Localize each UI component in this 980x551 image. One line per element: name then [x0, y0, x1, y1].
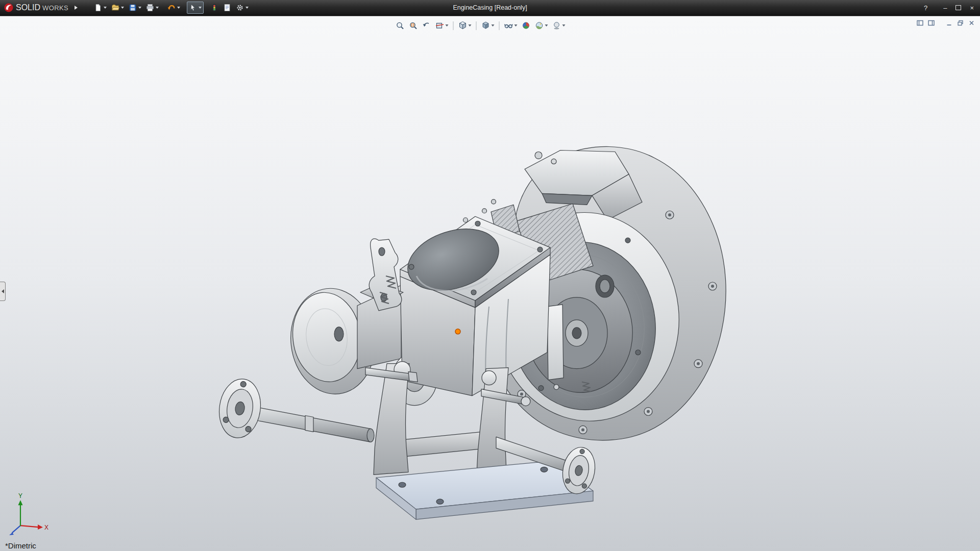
- doc-minimize-button[interactable]: [945, 19, 953, 27]
- zoom-to-fit-icon: [395, 21, 404, 30]
- z-axis-arrow-icon: [9, 533, 14, 535]
- rebuild-traffic-light-icon: [210, 4, 218, 12]
- view-orientation-cube-icon: [458, 21, 467, 30]
- toolbar-separator: [453, 21, 453, 30]
- zoom-to-fit-button[interactable]: [394, 19, 406, 32]
- view-settings-button[interactable]: [550, 19, 567, 32]
- reference-triad[interactable]: X Y: [9, 492, 48, 535]
- solidworks-window: SOLIDWORKS: [0, 0, 980, 551]
- main-toolbar: [92, 2, 251, 14]
- window-controls: ? – ×: [923, 4, 980, 12]
- previous-view-button[interactable]: [420, 19, 432, 32]
- dropdown-arrow-icon: [138, 7, 141, 9]
- solidworks-brand: SOLIDWORKS: [0, 3, 78, 13]
- engine-casing-model[interactable]: X Y: [0, 16, 980, 551]
- open-folder-icon: [111, 4, 119, 12]
- dassault-systemes-logo-icon: [4, 3, 14, 13]
- dropdown-arrow-icon: [199, 7, 202, 9]
- edit-appearance-icon: [521, 21, 530, 30]
- select-button[interactable]: [187, 2, 204, 14]
- hide-show-items-icon: [504, 21, 513, 30]
- section-view-button[interactable]: [433, 19, 450, 32]
- apply-scene-button[interactable]: [533, 19, 549, 32]
- hide-show-items-button[interactable]: [502, 19, 519, 32]
- display-pane-toggle-button[interactable]: [927, 19, 936, 27]
- dropdown-arrow-icon: [562, 24, 565, 27]
- dropdown-arrow-icon: [468, 24, 471, 27]
- open-button[interactable]: [109, 2, 126, 14]
- doc-close-button[interactable]: [967, 19, 976, 27]
- display-style-button[interactable]: [479, 19, 496, 32]
- maximize-button[interactable]: [954, 4, 962, 12]
- dropdown-arrow-icon: [246, 7, 249, 9]
- options-gear-icon: [236, 4, 244, 12]
- dropdown-arrow-icon: [491, 24, 494, 27]
- view-orientation-button[interactable]: [456, 19, 473, 32]
- brand-text-solid: SOLID: [16, 3, 40, 12]
- dropdown-arrow-icon: [121, 7, 124, 9]
- zoom-to-area-button[interactable]: [407, 19, 419, 32]
- close-icon: [968, 19, 975, 27]
- help-button[interactable]: ?: [923, 4, 928, 12]
- zoom-to-area-icon: [408, 21, 418, 30]
- dropdown-arrow-icon: [545, 24, 548, 27]
- dropdown-arrow-icon: [514, 24, 517, 27]
- pane-toggle-left-icon: [916, 19, 924, 27]
- rebuild-button[interactable]: [208, 2, 220, 14]
- chevron-left-icon: [2, 289, 4, 293]
- featuremanager-flyout-tab[interactable]: [0, 282, 6, 301]
- graphics-area[interactable]: X Y: [0, 16, 980, 551]
- dropdown-arrow-icon: [156, 7, 159, 9]
- restore-icon: [957, 19, 964, 27]
- section-view-icon: [435, 21, 444, 30]
- print-button[interactable]: [144, 2, 161, 14]
- undo-icon: [167, 4, 176, 12]
- y-axis-arrow-icon: [18, 500, 23, 505]
- options-button[interactable]: [234, 2, 251, 14]
- doc-restore-button[interactable]: [956, 19, 965, 27]
- display-style-icon: [481, 21, 490, 30]
- close-button[interactable]: ×: [969, 4, 975, 12]
- select-cursor-icon: [189, 4, 197, 12]
- window-title: EngineCasing [Read-only]: [453, 4, 527, 11]
- feature-pane-toggle-button[interactable]: [916, 19, 924, 27]
- titlebar: SOLIDWORKS: [0, 0, 980, 16]
- maximize-icon: [955, 5, 961, 10]
- minimize-icon: [945, 19, 953, 27]
- view-settings-icon: [552, 21, 561, 30]
- edit-appearance-button[interactable]: [520, 19, 532, 32]
- file-properties-button[interactable]: [221, 2, 233, 14]
- undo-button[interactable]: [165, 2, 182, 14]
- origin-marker[interactable]: [455, 329, 460, 334]
- dropdown-arrow-icon: [177, 7, 180, 9]
- minimize-button[interactable]: –: [942, 4, 948, 12]
- x-axis-arrow-icon: [38, 524, 43, 530]
- engine-casing-geometry[interactable]: [215, 146, 726, 519]
- toolbar-separator: [499, 21, 499, 30]
- x-axis-label: X: [44, 524, 48, 531]
- y-axis-label: Y: [18, 492, 22, 499]
- dropdown-arrow-icon: [445, 24, 448, 27]
- save-button[interactable]: [127, 2, 143, 14]
- print-icon: [146, 4, 154, 12]
- save-icon: [129, 4, 137, 12]
- previous-view-icon: [422, 21, 431, 30]
- brand-text-works: WORKS: [42, 4, 68, 12]
- menu-flyout-arrow-icon[interactable]: [75, 6, 78, 10]
- toolbar-separator: [476, 21, 476, 30]
- view-orientation-label: *Dimetric: [5, 541, 36, 550]
- bracket-and-springs[interactable]: [360, 239, 403, 311]
- dropdown-arrow-icon: [104, 7, 107, 9]
- new-document-button[interactable]: [92, 2, 109, 14]
- file-properties-icon: [223, 4, 231, 12]
- apply-scene-icon: [534, 21, 544, 30]
- headsup-view-toolbar: [394, 19, 567, 32]
- document-window-controls: [916, 19, 976, 27]
- new-document-icon: [94, 4, 102, 12]
- pane-toggle-right-icon: [927, 19, 935, 27]
